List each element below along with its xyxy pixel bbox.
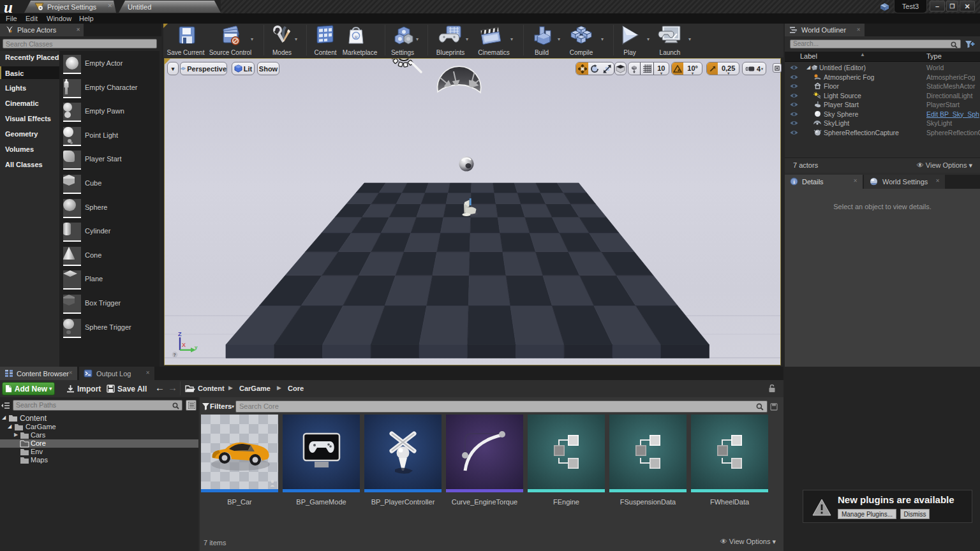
svg-text:Z: Z [178,331,182,337]
svg-text:X: X [182,342,186,348]
svg-text:u: u [355,33,358,40]
svg-text:y: y [195,344,198,350]
svg-text:?: ? [174,353,176,357]
